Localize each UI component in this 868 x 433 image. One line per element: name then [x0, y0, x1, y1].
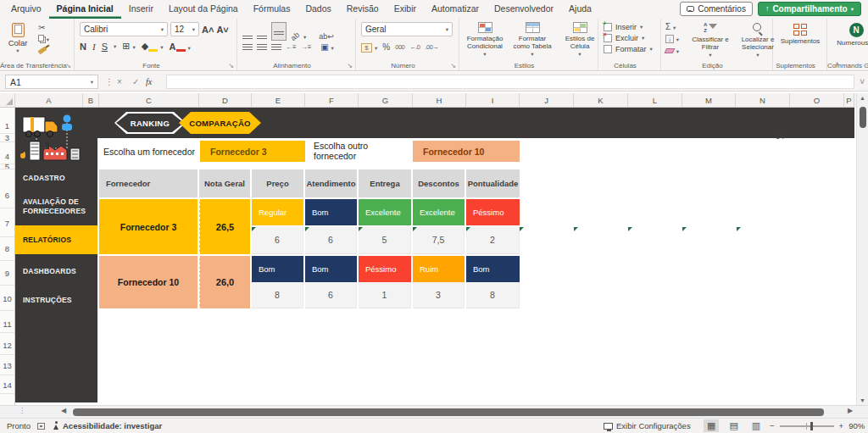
increase-indent-button[interactable]: →≡	[301, 43, 312, 51]
supplier-name-cell[interactable]: Fornecedor 3	[99, 199, 198, 254]
row-header-10[interactable]: 10	[0, 294, 14, 303]
column-header-O[interactable]: O	[790, 93, 844, 107]
align-center-button[interactable]	[257, 44, 267, 51]
scroll-right-icon[interactable]: ▶	[848, 407, 853, 414]
paste-button[interactable]: Colar ▾	[4, 23, 31, 54]
row-header-6[interactable]: 6	[0, 191, 14, 200]
display-settings-button[interactable]: Exibir Configurações	[604, 419, 691, 433]
currency-button[interactable]: $ ▾	[361, 42, 377, 53]
menu-tab-pagina-inicial[interactable]: Página Inicial	[49, 0, 121, 19]
fill-color-button[interactable]: ◆ ▾	[142, 41, 164, 52]
rating-cell[interactable]: Regular	[252, 199, 303, 225]
menu-tab-ajuda[interactable]: Ajuda	[561, 0, 599, 19]
row-header-8[interactable]: 8	[0, 244, 14, 253]
zoom-out-button[interactable]: −	[770, 421, 775, 430]
row-header-7[interactable]: 7	[0, 219, 14, 228]
macro-record-button[interactable]	[37, 419, 45, 433]
dialog-launcher-icon[interactable]: ↘	[228, 62, 234, 69]
tab-splitter-handle[interactable]: ⋮	[19, 407, 25, 414]
row-header-3[interactable]: 3	[0, 133, 14, 142]
row-header-11[interactable]: 11	[0, 319, 14, 329]
underline-button[interactable]: S	[102, 42, 108, 52]
rating-cell[interactable]: Bom	[466, 256, 520, 282]
menu-tab-dados[interactable]: Dados	[298, 0, 338, 19]
bold-button[interactable]: N	[80, 42, 86, 52]
align-bottom-button[interactable]	[271, 22, 287, 41]
column-header-B[interactable]: B	[83, 93, 99, 107]
collapse-ribbon-icon[interactable]: ˄	[835, 60, 839, 68]
number-format-select[interactable]: Geral▾	[361, 22, 453, 36]
format-cells-button[interactable]: Formatar▾	[604, 45, 653, 53]
table-header-nota-geral[interactable]: Nota Geral	[199, 169, 250, 197]
name-box[interactable]: A1 ▾	[5, 75, 98, 89]
scroll-up-icon[interactable]: ▲	[857, 95, 868, 101]
menu-tab-automatizar[interactable]: Automatizar	[424, 0, 487, 19]
align-right-button[interactable]	[271, 44, 281, 51]
menu-tab-desenvolvedor[interactable]: Desenvolvedor	[487, 0, 561, 19]
scroll-down-icon[interactable]: ▼	[857, 397, 868, 403]
row-header-14[interactable]: 14	[0, 380, 14, 390]
sidebar-item-relatorios[interactable]: RELATÓRIOS	[15, 225, 97, 254]
score-cell[interactable]: 6	[252, 226, 303, 254]
overall-score-cell[interactable]: 26,5	[199, 199, 250, 254]
vertical-scroll-thumb[interactable]	[860, 107, 866, 128]
font-color-button[interactable]: A ▾	[170, 42, 191, 52]
row-header-4[interactable]: 4	[0, 152, 14, 161]
rating-cell[interactable]: Ruim	[413, 256, 465, 282]
increase-decimal-button[interactable]: ←.0	[409, 43, 420, 51]
score-cell[interactable]: 8	[252, 282, 303, 308]
fill-button[interactable]: ↓ ▾	[665, 34, 679, 43]
decrease-indent-button[interactable]: ←≡	[286, 43, 297, 51]
table-header-preco[interactable]: Preço	[252, 169, 303, 197]
borders-button[interactable]: ⊞ ▾	[122, 41, 136, 52]
menu-tab-formulas[interactable]: Fórmulas	[246, 0, 298, 19]
stray-cell-value[interactable]: 34	[776, 132, 784, 141]
rating-cell[interactable]: Excelente	[359, 199, 411, 225]
column-header-J[interactable]: J	[520, 93, 574, 107]
row-header-1[interactable]: 1	[0, 121, 14, 130]
decrease-decimal-button[interactable]: .00→	[426, 43, 439, 51]
orientation-button[interactable]: ab	[289, 31, 301, 42]
format-painter-button[interactable]	[38, 45, 49, 54]
horizontal-scroll-thumb[interactable]	[73, 408, 824, 416]
cut-button[interactable]: ✂	[38, 23, 49, 32]
score-cell[interactable]: 8	[466, 282, 520, 308]
menu-tab-layout-da-pagina[interactable]: Layout da Página	[161, 0, 246, 19]
overall-score-cell[interactable]: 26,0	[199, 256, 250, 308]
font-size-select[interactable]: 12▾	[170, 22, 199, 36]
column-header-G[interactable]: G	[359, 93, 413, 107]
column-header-L[interactable]: L	[628, 93, 682, 107]
rating-cell[interactable]: Bom	[252, 256, 303, 282]
supplier-select-a[interactable]: Fornecedor 3	[200, 141, 305, 162]
column-header-K[interactable]: K	[574, 93, 628, 107]
align-middle-button[interactable]	[257, 36, 267, 41]
align-left-button[interactable]	[242, 44, 253, 51]
worksheet[interactable]: RANKING COMPARAÇÃO Escolha um fornecedor…	[0, 108, 854, 405]
font-name-select[interactable]: Calibri▾	[80, 22, 168, 36]
tab-ranking[interactable]: RANKING	[114, 112, 186, 134]
comments-button[interactable]: Comentários	[680, 2, 753, 16]
rating-cell[interactable]: Péssimo	[359, 256, 411, 282]
addins-button[interactable]: Suplementos	[778, 24, 822, 45]
menu-tab-revisao[interactable]: Revisão	[339, 0, 387, 19]
rating-cell[interactable]: Bom	[305, 199, 357, 225]
insert-cells-button[interactable]: Inserir▾	[604, 23, 653, 31]
copy-button[interactable]: ▾	[38, 34, 49, 43]
row-header-9[interactable]: 9	[0, 269, 14, 278]
column-header-A[interactable]: A	[15, 93, 83, 107]
vertical-scrollbar[interactable]: ▲ ▼	[856, 93, 868, 405]
autosum-button[interactable]: Σ ▾	[665, 22, 679, 31]
table-header-entrega[interactable]: Entrega	[359, 169, 411, 197]
menu-tab-arquivo[interactable]: Arquivo	[3, 0, 49, 19]
comma-style-button[interactable]: 000	[395, 43, 404, 51]
dialog-launcher-icon[interactable]: ↘	[450, 62, 456, 69]
clear-button[interactable]: ▾	[665, 46, 679, 55]
column-header-I[interactable]: I	[466, 93, 520, 107]
sidebar-item-avaliacao-de-fornecedores[interactable]: AVALIAÇÃO DE FORNECEDORES	[15, 191, 97, 223]
merge-center-button[interactable]: ▣ ▾	[320, 42, 334, 52]
score-cell[interactable]: 2	[466, 226, 520, 254]
dialog-launcher-icon[interactable]: ↘	[65, 62, 71, 69]
horizontal-scrollbar[interactable]: ⋮ ◀ ▶	[0, 405, 868, 418]
menu-tab-inserir[interactable]: Inserir	[121, 0, 161, 19]
italic-button[interactable]: I	[92, 42, 96, 52]
